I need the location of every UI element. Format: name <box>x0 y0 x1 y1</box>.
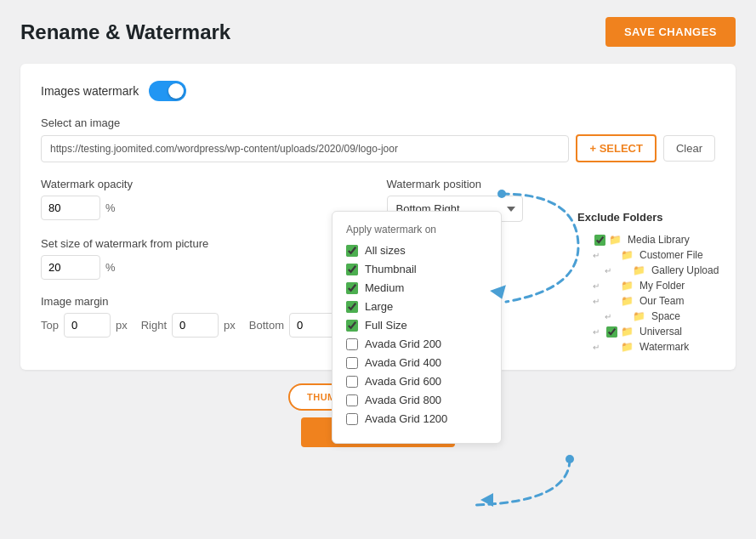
margin-top-suffix: px <box>116 319 128 332</box>
image-url-input[interactable] <box>41 135 569 162</box>
watermark-apply-item[interactable]: Medium <box>346 281 487 294</box>
watermark-apply-item[interactable]: Large <box>346 300 487 313</box>
watermark-apply-checkbox[interactable] <box>346 394 358 406</box>
watermark-checkbox-list: All sizesThumbnailMediumLargeFull SizeAv… <box>346 244 487 425</box>
expand-arrow-icon: ↵ <box>593 281 603 291</box>
watermark-apply-item[interactable]: Avada Grid 1200 <box>346 412 487 425</box>
image-url-row: + SELECT Clear <box>41 134 715 162</box>
expand-arrow-icon: ↵ <box>593 297 603 306</box>
watermark-apply-item[interactable]: Full Size <box>346 319 487 332</box>
size-suffix: % <box>105 261 116 274</box>
expand-arrow-icon: ↵ <box>605 312 615 321</box>
margin-top-label: Top <box>41 319 59 332</box>
watermark-apply-label: Avada Grid 800 <box>365 394 441 406</box>
folder-icon: 📁 <box>633 264 645 276</box>
folder-icon: 📁 <box>621 249 634 261</box>
watermark-apply-checkbox[interactable] <box>346 413 358 425</box>
folder-icon: 📁 <box>621 280 634 292</box>
watermark-apply-label: Thumbnail <box>365 263 417 275</box>
folder-item: ↵📁Gallery Upload <box>577 263 747 278</box>
margin-right-input[interactable] <box>172 313 219 338</box>
watermark-apply-checkbox[interactable] <box>346 264 358 275</box>
size-input[interactable] <box>41 255 100 280</box>
watermark-apply-label: Avada Grid 400 <box>365 356 441 369</box>
folder-item: ↵📁Watermark <box>577 339 747 355</box>
folder-label: Space <box>651 310 680 322</box>
margin-right-field: Right px <box>141 313 236 338</box>
images-watermark-toggle-row: Images watermark <box>41 81 715 101</box>
watermark-apply-checkbox[interactable] <box>346 320 358 332</box>
select-image-button[interactable]: + SELECT <box>576 134 657 162</box>
watermark-apply-checkbox[interactable] <box>346 245 358 257</box>
margin-bottom-input[interactable] <box>289 313 336 338</box>
size-section: Set size of watermark from picture % <box>41 237 370 280</box>
watermark-apply-item[interactable]: Avada Grid 400 <box>346 356 487 369</box>
watermark-apply-checkbox[interactable] <box>346 301 358 313</box>
watermark-apply-checkbox[interactable] <box>346 282 358 294</box>
opacity-suffix: % <box>105 201 116 214</box>
folder-item: ↵📁Customer File <box>577 247 747 263</box>
folder-item: 📁Media Library <box>577 232 747 247</box>
exclude-folders-title: Exclude Folders <box>577 211 747 224</box>
folder-icon: 📁 <box>621 295 634 307</box>
watermark-apply-checkbox[interactable] <box>346 338 358 350</box>
expand-arrow-icon: ↵ <box>593 251 603 260</box>
folder-icon: 📁 <box>621 326 634 338</box>
images-watermark-toggle[interactable] <box>149 81 186 101</box>
apply-watermark-panel: Apply watermark on All sizesThumbnailMed… <box>332 211 502 444</box>
folder-label: My Folder <box>639 280 685 292</box>
expand-arrow-icon: ↵ <box>593 343 603 352</box>
expand-arrow-icon: ↵ <box>605 266 615 275</box>
svg-marker-3 <box>480 493 493 507</box>
folder-label: Customer File <box>639 249 703 261</box>
opacity-label: Watermark opacity <box>41 178 370 190</box>
folder-icon: 📁 <box>609 234 622 246</box>
opacity-section: Watermark opacity % <box>41 178 370 222</box>
watermark-apply-label: Full Size <box>365 319 407 332</box>
watermark-apply-label: Large <box>365 300 393 313</box>
clear-image-button[interactable]: Clear <box>663 135 715 162</box>
folder-checkbox[interactable] <box>594 235 605 246</box>
folder-checkbox[interactable] <box>606 326 617 338</box>
page-title: Rename & Watermark <box>20 20 230 44</box>
watermark-apply-label: Avada Grid 200 <box>365 338 441 350</box>
watermark-apply-item[interactable]: Avada Grid 800 <box>346 394 487 406</box>
size-input-group: % <box>41 255 370 280</box>
expand-arrow-icon: ↵ <box>593 327 603 337</box>
folder-label: Our Team <box>639 295 684 307</box>
select-image-row: Select an image + SELECT Clear <box>41 116 715 162</box>
margin-right-suffix: px <box>224 319 236 332</box>
margin-top-input[interactable] <box>64 313 111 338</box>
folder-label: Universal <box>639 326 682 338</box>
margin-bottom-field: Bottom <box>249 313 336 338</box>
exclude-folders-panel: Exclude Folders 📁Media Library↵📁Customer… <box>577 211 747 355</box>
folder-tree: 📁Media Library↵📁Customer File↵📁Gallery U… <box>577 232 747 355</box>
watermark-apply-label: Avada Grid 600 <box>365 375 441 388</box>
watermark-apply-item[interactable]: All sizes <box>346 244 487 257</box>
watermark-apply-label: Medium <box>365 281 404 294</box>
folder-label: Media Library <box>628 234 690 246</box>
folder-icon: 📁 <box>633 310 645 322</box>
images-watermark-label: Images watermark <box>41 84 139 98</box>
folder-label: Watermark <box>639 341 689 353</box>
opacity-input[interactable] <box>41 196 100 220</box>
folder-item: ↵📁Universal <box>577 324 747 339</box>
watermark-apply-item[interactable]: Thumbnail <box>346 263 487 275</box>
page-header: Rename & Watermark SAVE CHANGES <box>20 17 736 47</box>
folder-icon: 📁 <box>621 341 634 353</box>
watermark-apply-checkbox[interactable] <box>346 376 358 388</box>
apply-watermark-title: Apply watermark on <box>346 224 487 235</box>
watermark-apply-checkbox[interactable] <box>346 357 358 369</box>
opacity-input-group: % <box>41 196 370 220</box>
watermark-apply-label: All sizes <box>365 244 406 257</box>
watermark-apply-item[interactable]: Avada Grid 200 <box>346 338 487 350</box>
watermark-apply-item[interactable]: Avada Grid 600 <box>346 375 487 388</box>
margin-top-field: Top px <box>41 313 128 338</box>
folder-item: ↵📁Our Team <box>577 293 747 309</box>
folder-label: Gallery Upload <box>651 264 719 276</box>
select-image-label: Select an image <box>41 116 715 129</box>
folder-item: ↵📁Space <box>577 309 747 324</box>
watermark-apply-label: Avada Grid 1200 <box>365 412 447 425</box>
position-label: Watermark position <box>387 178 716 190</box>
save-changes-top-button[interactable]: SAVE CHANGES <box>605 17 736 47</box>
